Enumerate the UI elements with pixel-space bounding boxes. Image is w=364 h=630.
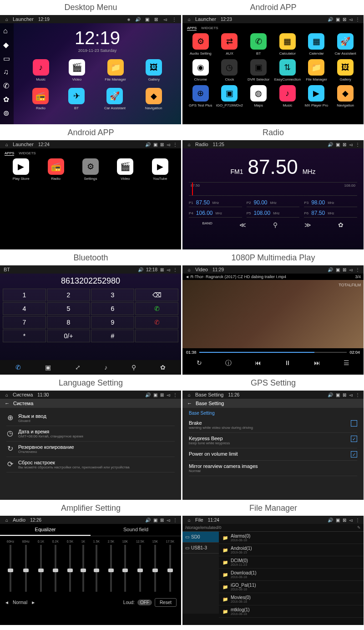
tab-equalizer[interactable]: Equalizer	[0, 524, 91, 536]
seek-back-icon[interactable]: ≪	[239, 221, 246, 229]
phone-icon[interactable]: ✆	[3, 81, 10, 89]
app-item[interactable]: ✆ BT	[245, 33, 272, 56]
home-icon[interactable]: ⌂	[4, 141, 10, 147]
settings-icon[interactable]: ✿	[3, 95, 10, 102]
volume-icon[interactable]: 🔊	[145, 392, 151, 397]
close-icon[interactable]: ⊠	[343, 267, 346, 272]
clock-widget[interactable]: 12:19 2019-11-23 Saturday	[23, 28, 172, 53]
menu-icon[interactable]: ⋮	[355, 17, 360, 22]
eq-slider[interactable]	[154, 545, 156, 592]
back-icon[interactable]: ◅	[349, 142, 353, 147]
back-icon[interactable]: ◅	[162, 16, 168, 22]
home-icon[interactable]: ⌂	[186, 517, 192, 523]
close-icon[interactable]: ⊠	[343, 142, 346, 147]
dialpad-key[interactable]: 5	[47, 302, 90, 315]
settings-icon[interactable]: ✿	[160, 364, 166, 371]
eq-slider[interactable]	[139, 545, 141, 592]
volume-icon[interactable]: 🔊	[328, 392, 333, 397]
eq-slider[interactable]	[124, 545, 126, 592]
back-arrow-icon[interactable]: ←	[5, 401, 10, 406]
next-icon[interactable]: ⏭	[314, 359, 320, 367]
eq-slider[interactable]	[69, 545, 71, 592]
app-item[interactable]: ✈ BT	[68, 88, 85, 110]
volume-icon[interactable]: 🔊	[328, 17, 333, 22]
camera-icon[interactable]: ▣	[153, 392, 157, 397]
tab-soundfield[interactable]: Sound field	[91, 524, 181, 536]
app-item[interactable]: ⇄ AUX	[216, 33, 243, 56]
app-item[interactable]: ♪ Music	[274, 85, 301, 107]
menu-icon[interactable]: ⋮	[173, 518, 177, 523]
menu-icon[interactable]: ⋮	[355, 267, 360, 272]
file-row[interactable]: 📁 Alarms(0)2016-08-18	[219, 532, 364, 544]
app-item[interactable]: ◆ Navigation	[145, 88, 162, 110]
app-item[interactable]: ◉ Chrome	[187, 59, 214, 81]
audio-icon[interactable]: ♫	[3, 68, 10, 75]
eq-slider[interactable]	[10, 545, 11, 592]
app-item[interactable]: ▣ iGO_P719WDv2	[216, 85, 243, 107]
playlist-icon[interactable]: ☰	[344, 359, 349, 367]
app-item[interactable]: 🎬 Video	[69, 59, 85, 81]
app-item[interactable]: 📁 File Manager	[303, 59, 330, 81]
eq-slider[interactable]	[40, 545, 42, 592]
back-arrow-icon[interactable]: ←	[187, 401, 192, 406]
settings-item[interactable]: ⟳ Сброс настроекВы можете сбросить настр…	[6, 457, 175, 472]
camera-icon[interactable]: ▣	[336, 392, 340, 397]
dialpad-key[interactable]: 6	[91, 302, 134, 315]
app-item[interactable]: ▦ Calculator	[274, 33, 301, 56]
back-icon[interactable]: ◅	[349, 267, 353, 272]
menu-icon[interactable]: ⋮	[355, 142, 360, 147]
app-item[interactable]: ♪ Music	[33, 59, 49, 81]
dialpad-icon[interactable]: ⤢	[75, 364, 81, 371]
eq-slider[interactable]	[82, 545, 84, 592]
back-icon[interactable]: ◅	[167, 267, 170, 272]
app-item[interactable]: ◍ Maps	[245, 85, 272, 107]
dialpad-key[interactable]: #	[91, 330, 134, 342]
file-row[interactable]: 📁 Movies(0)2016-08-18	[219, 593, 364, 605]
app-item[interactable]: 🖼 Gallery	[332, 59, 359, 81]
menu-icon[interactable]: ⋮	[355, 392, 360, 397]
volume-icon[interactable]: 🔊	[135, 16, 141, 22]
camera-icon[interactable]: ▣	[144, 16, 150, 22]
dialpad-key[interactable]: 8	[47, 316, 90, 329]
settings-item[interactable]: Power on volume limit ✓	[189, 448, 357, 461]
home-icon[interactable]: ⌂	[4, 391, 10, 398]
home-icon[interactable]: ⌂	[186, 141, 192, 147]
checkbox[interactable]: ✓	[351, 451, 357, 457]
reset-button[interactable]: Reset	[155, 598, 177, 607]
app-item[interactable]: 🖼 Gallery	[146, 59, 162, 81]
app-item[interactable]: ⇅ EasyConnection	[274, 59, 301, 81]
tab-widgets[interactable]: WIDGETS	[201, 26, 218, 30]
radio-preset[interactable]: P398.00MHz	[304, 198, 357, 207]
app-item[interactable]: ⚙ Settings	[74, 158, 107, 181]
home-icon[interactable]: ⌂	[186, 266, 192, 273]
call-button[interactable]: ✆	[135, 302, 178, 315]
checkbox[interactable]: ✓	[351, 436, 357, 442]
app-item[interactable]: 📻 Radio	[39, 158, 72, 181]
camera-icon[interactable]: ▣	[153, 142, 157, 147]
menu-icon[interactable]: ⋮	[171, 16, 177, 22]
dialpad-key[interactable]: 3	[91, 289, 134, 301]
menu-icon[interactable]: ⋮	[173, 392, 177, 397]
phone-icon[interactable]: ✆	[15, 364, 21, 371]
app-item[interactable]: 🎬 Video	[109, 158, 142, 181]
app-item[interactable]: ▶ MX Player Pro	[303, 85, 330, 107]
settings-item[interactable]: Mirror rearview camera imagesNormal	[189, 461, 357, 476]
dialpad-key[interactable]: 4	[3, 302, 46, 315]
app-item[interactable]: ▶ YouTube	[144, 158, 177, 181]
settings-item[interactable]: ↻ Резервное копированиеОтключено	[6, 442, 175, 457]
settings-item[interactable]: Keypress Beepbeep tone while keypress ✓	[189, 433, 357, 448]
eq-slider[interactable]	[96, 545, 97, 592]
back-arrow-icon[interactable]: ◄ R-Thor- Ragnarok (2017) CZ HD dabing t…	[185, 274, 286, 279]
eq-slider[interactable]	[169, 545, 171, 592]
camera-icon[interactable]: ▣	[336, 518, 340, 523]
close-icon[interactable]: ⊠	[160, 267, 164, 272]
dialpad-key[interactable]: 0/+	[47, 330, 90, 342]
camera-icon[interactable]: ▣	[336, 267, 340, 272]
dialpad-key[interactable]	[135, 330, 178, 342]
apps-icon[interactable]: ⊚	[3, 109, 10, 116]
edit-icon[interactable]: ✎	[357, 525, 361, 530]
eq-slider[interactable]	[25, 545, 27, 592]
volume-icon[interactable]: 🔊	[145, 518, 151, 523]
volume-icon[interactable]: 🔊	[328, 518, 333, 523]
home-icon[interactable]: ⌂	[186, 391, 192, 398]
